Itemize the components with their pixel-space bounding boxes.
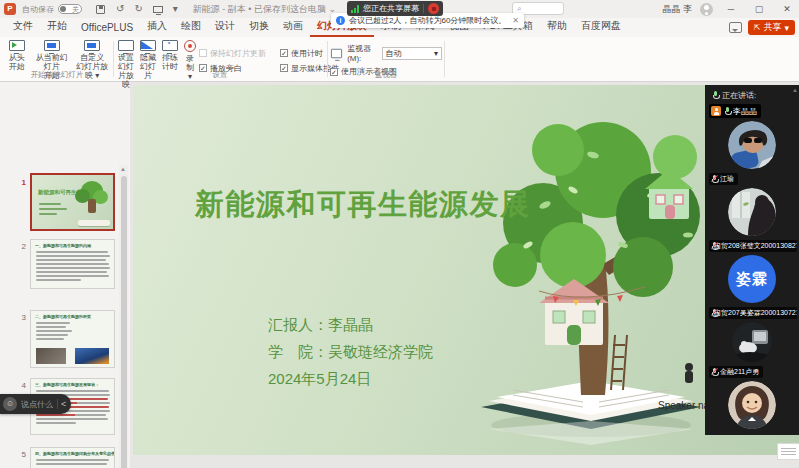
redo-icon[interactable]: ↻ [134,1,142,17]
tab-draw[interactable]: 绘图 [174,17,208,37]
meeting-participants-panel: ▲ 正在讲话: 李晶晶 江瑜 [705,85,799,435]
document-title[interactable]: 新能源 - 副本 • 已保存到这台电脑 ⌄ [193,3,336,16]
tab-file[interactable]: 文件 [6,17,40,37]
autosave-label: 自动保存 [22,4,54,15]
thumb-tree-illustration [75,181,109,221]
meeting-chat-quick-bar[interactable]: ☺ 说点什么 < [0,394,71,414]
autosave-state: 关 [72,5,79,15]
tab-officeplus[interactable]: OfficePLUS [74,20,140,37]
divider [423,4,424,13]
tab-insert[interactable]: 插入 [140,17,174,37]
meeting-notice-text: 会议已超过2人，自动转为60分钟限时会议。 [349,15,506,26]
participant-avatar-jiangyu[interactable] [728,188,776,236]
slideshow-quick-icon[interactable] [153,6,163,13]
panel-scroll-up-icon[interactable]: ▲ [792,87,798,93]
slide-number: 2 [14,242,26,251]
tab-home[interactable]: 开始 [40,17,74,37]
quick-access-caret-icon[interactable]: ▾ [173,1,178,17]
participant-name: 国贸207吴姿霖2000130721 [714,308,797,318]
thumb-photo [36,348,66,364]
monitor-hide-icon [140,40,156,51]
slide-number: 3 [14,313,26,322]
rehearse-timings-button[interactable]: 排练计时 [159,40,181,71]
presenter-line: 汇报人：李晶晶 [268,311,433,338]
tree-on-book-illustration [453,95,721,450]
participant-name: 江瑜 [720,174,734,184]
active-speaker-chip: 李晶晶 [709,104,761,118]
tab-animations[interactable]: 动画 [276,17,310,37]
keep-slides-updated-checkbox: 保持幻灯片更新 [199,46,266,60]
monitor-clock-icon [162,40,178,51]
participant-tag: 江瑜 [709,173,738,185]
monitor-slide-icon [44,40,60,51]
screen-sharing-banner: 您正在共享屏幕 [347,1,443,16]
chat-avatar-icon: ☺ [3,397,17,411]
stop-sharing-button[interactable] [428,3,439,14]
thumb-book-illustration [78,220,110,226]
sharing-banner-text: 您正在共享屏幕 [363,3,419,14]
group-label: 开始放映幻灯片 [2,70,112,80]
group-divider [327,41,328,77]
save-icon[interactable] [96,5,105,14]
slide-number: 1 [14,178,26,187]
share-icon: ⇱ [754,23,761,32]
college-line: 学 院：吴敬琏经济学院 [268,338,433,365]
autosave-toggle[interactable]: 关 [58,4,82,14]
thumb-photo [75,348,109,364]
account-avatar[interactable] [700,3,713,16]
collapse-icon[interactable]: < [57,399,69,409]
tab-design[interactable]: 设计 [208,17,242,37]
tab-baidu-netdisk[interactable]: 百度网盘 [574,17,628,37]
slide-number: 5 [14,450,26,459]
group-label: 监视器 [330,70,442,80]
chat-input-placeholder[interactable]: 说点什么 [21,399,53,410]
participant-avatar-luyong[interactable] [728,381,776,429]
monitor-dropdown[interactable]: 自动 ▾ [382,47,442,60]
account-name[interactable]: 晶晶 李 [662,3,692,16]
comments-icon[interactable] [729,22,742,33]
participant-avatar-wuzilin[interactable] [732,322,772,362]
tab-help[interactable]: 帮助 [540,17,574,37]
info-icon: i [336,16,345,25]
maximize-button[interactable]: ▢ [749,4,769,14]
slide-number: 4 [14,381,26,390]
participant-name: 国贸208张璧文2000130827 [714,241,797,251]
from-beginning-button[interactable]: 从头开始 [2,40,31,71]
powerpoint-app-icon: P [4,3,16,15]
slide-thumbnail-2[interactable]: 一、新能源和可再生能源的内涵 [30,239,115,289]
slide-canvas[interactable]: 新能源和可再生能源发展 汇报人：李晶晶 学 院：吴敬琏经济学院 2024年5月2… [133,85,799,455]
participant-avatar-lijingjing[interactable] [728,121,776,169]
play-monitor-icon [9,40,25,51]
scrollbar-thumb[interactable] [121,176,127,468]
group-start-slideshow: 从头开始 从当前幻灯片 开始 自定义 幻灯片放映 ▾ 开始放映幻灯片 [2,37,112,81]
toggle-knob [60,6,66,12]
slide-thumbnail-3[interactable]: 二、新能源和可再生能源的种类 [30,310,115,368]
monitor-icon [331,48,342,57]
participant-name: 金融211卢勇 [720,367,759,377]
participant-avatar-initials[interactable]: 姿霖 [728,255,776,303]
share-button[interactable]: ⇱ 共享 ▾ [748,20,795,35]
monitor-gear-icon [118,40,134,51]
slide-thumbnail-1[interactable]: 新能源和可再生能源发展 [30,173,115,231]
group-setup: 设置 幻灯片放映 隐藏 幻灯片 排练计时 录制 ▾ 保持幻灯片更新 [115,37,325,81]
notice-close-icon[interactable]: ✕ [512,16,519,25]
participant-tag: 国贸208张璧文2000130827 [709,240,797,252]
checkbox-icon [199,49,207,57]
setup-slideshow-button[interactable]: 设置 幻灯片放映 [115,40,137,89]
collapsed-notice-box[interactable] [777,443,799,460]
tab-transitions[interactable]: 切换 [242,17,276,37]
mic-muted-icon [711,175,717,184]
mic-muted-icon [711,368,717,377]
monitor-slide-icon [84,40,100,51]
group-divider [444,41,445,77]
undo-icon[interactable]: ↺ [116,1,124,17]
scroll-up-icon[interactable]: ▲ [120,166,126,172]
slide-thumbnail-5[interactable]: 四、新能源和可再生能源结构分布及变化趋势 [30,447,115,468]
slide-title: 新能源和可再生能源发展 [195,185,531,225]
close-button[interactable]: ✕ [777,4,797,14]
workspace-bottom-strip [130,455,799,468]
thumbnail-scrollbar[interactable]: ▲ [119,165,128,468]
presenter-icon [711,106,721,116]
ribbon: 从头开始 从当前幻灯片 开始 自定义 幻灯片放映 ▾ 开始放映幻灯片 设置 幻灯… [0,37,799,82]
minimize-button[interactable]: ─ [721,4,741,14]
